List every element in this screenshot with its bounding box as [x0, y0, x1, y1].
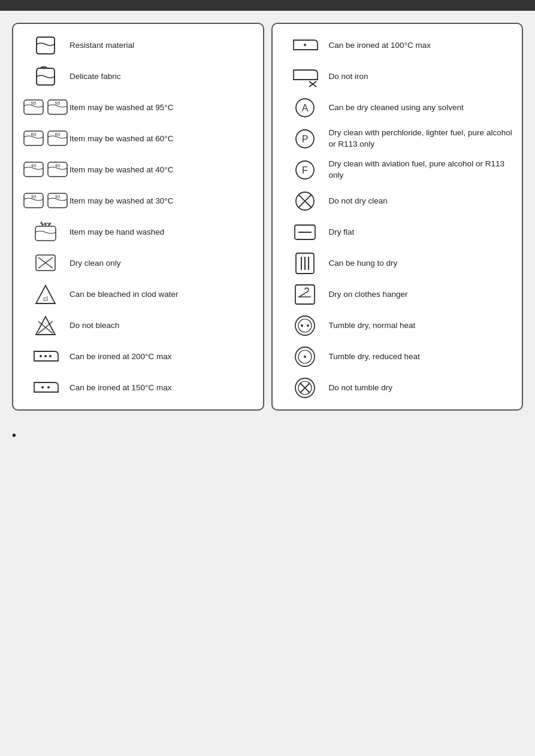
top-bar [0, 0, 535, 11]
iron-200-label: Can be ironed at 200°C max [69, 351, 255, 363]
resistant-material-icon [22, 36, 69, 55]
wash-60-label: Item may be washed at 60°C [69, 133, 255, 145]
iron-150-label: Can be ironed at 150°C max [69, 382, 255, 394]
iron-100-icon [281, 37, 329, 54]
svg-text:60: 60 [31, 132, 37, 137]
table-row: Can be ironed at 200°C max [22, 341, 255, 372]
svg-point-52 [307, 324, 309, 327]
dry-clean-any-icon: A [281, 98, 329, 118]
svg-point-50 [298, 319, 312, 332]
dry-clean-p-label: Dry clean with perchloride, lighter fuel… [329, 127, 514, 150]
bleach-cold-icon: cl [22, 284, 69, 305]
svg-point-29 [47, 386, 50, 388]
svg-point-25 [40, 355, 42, 357]
table-row: clCan be bleached in clod water [22, 279, 255, 310]
iron-200-icon [22, 348, 69, 366]
table-row: Can be ironed at 100°C max [281, 30, 514, 61]
svg-text:cl: cl [43, 295, 48, 302]
table-row: Do not iron [281, 61, 514, 92]
no-tumble-icon [281, 377, 329, 399]
svg-point-30 [304, 44, 306, 46]
wash-40-label: Item may be washed at 40°C [69, 165, 255, 176]
svg-text:60: 60 [55, 132, 61, 137]
table-row: Can be ironed at 150°C max [22, 372, 255, 403]
wash-95-label: Item may be washed at 95°C [69, 102, 255, 114]
dry-clean-only-label: Dry clean only [69, 258, 255, 269]
table-row: ACan be dry cleaned using any solvent [281, 92, 514, 123]
table-row: Can be hung to dry [281, 248, 514, 279]
tumble-normal-label: Tumble dry, normal heat [329, 320, 514, 332]
no-bleach-icon [22, 315, 69, 336]
svg-text:F: F [302, 165, 308, 175]
dry-clean-f-label: Dry clean with aviation fuel, pure alcoh… [329, 159, 514, 181]
wash-60-icon: 6060 [22, 130, 69, 148]
table-row: 3030Item may be washed at 30°C [22, 186, 255, 217]
table-row: Do not bleach [22, 310, 255, 341]
table-row: Do not dry clean [281, 186, 514, 217]
tumble-reduced-label: Tumble dry, reduced heat [329, 351, 514, 363]
table-row: Resistant material [22, 30, 255, 61]
hung-dry-icon [281, 252, 329, 275]
hand-wash-label: Item may be hand washed [69, 227, 255, 238]
tumble-reduced-icon [281, 346, 329, 368]
svg-point-55 [304, 356, 306, 358]
wash-95-icon: 9595 [22, 99, 69, 117]
table-row: Dry clean only [22, 248, 255, 279]
no-bleach-label: Do not bleach [69, 320, 255, 332]
svg-text:30: 30 [31, 194, 37, 199]
hand-wash-icon [22, 221, 69, 243]
svg-text:40: 40 [31, 163, 37, 168]
tables-container: Resistant materialDelicate fabric9595Ite… [12, 23, 523, 411]
clothes-hanger-icon [281, 284, 329, 305]
iron-100-label: Can be ironed at 100°C max [329, 40, 514, 51]
resistant-material-label: Resistant material [69, 40, 255, 51]
dry-flat-icon [281, 224, 329, 241]
table-row: Dry on clothes hanger [281, 279, 514, 310]
no-iron-label: Do not iron [329, 71, 514, 83]
svg-marker-22 [36, 317, 55, 335]
svg-text:95: 95 [31, 101, 37, 106]
table-row: Tumble dry, reduced heat [281, 341, 514, 372]
table-row: 6060Item may be washed at 60°C [22, 123, 255, 154]
svg-text:95: 95 [55, 101, 61, 106]
dry-clean-any-label: Can be dry cleaned using any solvent [329, 102, 514, 114]
hung-dry-label: Can be hung to dry [329, 258, 514, 269]
bullet-point: • [12, 429, 523, 442]
clothes-hanger-label: Dry on clothes hanger [329, 289, 514, 300]
dry-clean-f-icon: F [281, 160, 329, 180]
right-panel: Can be ironed at 100°C maxDo not ironACa… [271, 23, 524, 411]
no-dry-clean-icon [281, 191, 329, 211]
table-row: Dry flat [281, 217, 514, 248]
svg-text:A: A [301, 103, 308, 113]
dry-flat-label: Dry flat [329, 227, 514, 238]
svg-point-28 [41, 386, 44, 388]
table-row: 9595Item may be washed at 95°C [22, 92, 255, 123]
svg-point-26 [44, 355, 47, 357]
svg-text:30: 30 [55, 194, 61, 199]
wash-30-label: Item may be washed at 30°C [69, 196, 255, 207]
table-row: Tumble dry, normal heat [281, 310, 514, 341]
svg-rect-48 [295, 285, 315, 304]
dry-clean-p-icon: P [281, 129, 329, 149]
table-row: PDry clean with perchloride, lighter fue… [281, 123, 514, 154]
delicate-fabric-label: Delicate fabric [69, 71, 255, 83]
wash-40-icon: 4040 [22, 161, 69, 179]
svg-point-27 [49, 355, 52, 357]
table-row: Item may be hand washed [22, 217, 255, 248]
no-dry-clean-label: Do not dry clean [329, 196, 514, 207]
iron-150-icon [22, 379, 69, 397]
dry-clean-only-icon [22, 254, 69, 273]
no-tumble-label: Do not tumble dry [329, 382, 514, 394]
tumble-normal-icon [281, 315, 329, 336]
no-iron-icon [281, 66, 329, 87]
bleach-cold-label: Can be bleached in clod water [69, 289, 255, 300]
svg-point-51 [301, 324, 303, 327]
left-panel: Resistant materialDelicate fabric9595Ite… [12, 23, 264, 411]
delicate-fabric-icon [22, 67, 69, 86]
table-row: Delicate fabric [22, 61, 255, 92]
svg-text:40: 40 [55, 163, 61, 168]
svg-text:P: P [301, 134, 308, 144]
table-row: Do not tumble dry [281, 372, 514, 403]
table-row: 4040Item may be washed at 40°C [22, 154, 255, 186]
table-row: FDry clean with aviation fuel, pure alco… [281, 154, 514, 186]
